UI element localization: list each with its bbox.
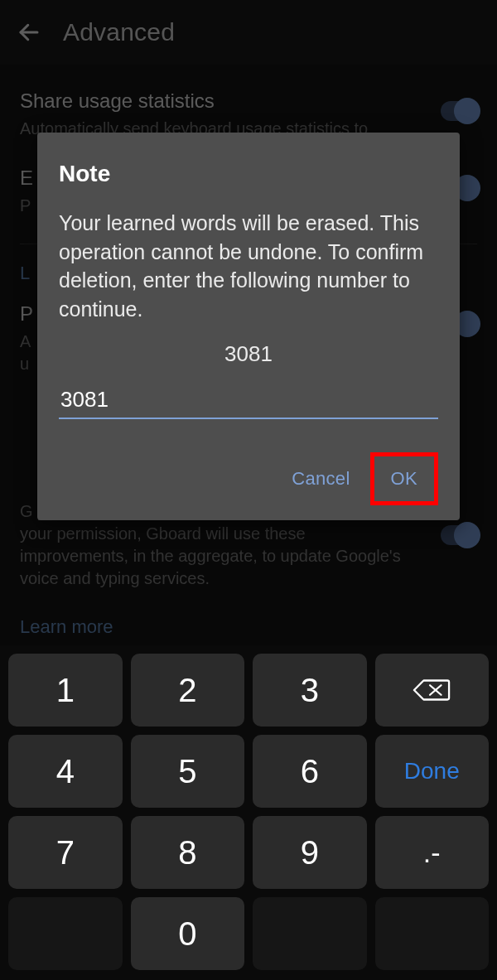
key-symbols[interactable]: .- [375, 816, 490, 889]
key-blank-right [375, 897, 490, 970]
cancel-button[interactable]: Cancel [275, 452, 366, 505]
key-0[interactable]: 0 [131, 897, 245, 970]
key-2[interactable]: 2 [131, 654, 245, 727]
key-blank-left [8, 897, 123, 970]
key-5[interactable]: 5 [131, 735, 245, 808]
key-7[interactable]: 7 [8, 816, 123, 889]
key-9[interactable]: 9 [253, 816, 367, 889]
confirmation-code: 3081 [59, 341, 438, 367]
dialog-title: Note [59, 161, 438, 187]
key-blank-mid [253, 897, 367, 970]
key-done[interactable]: Done [375, 735, 490, 808]
ok-button-highlight: OK [370, 452, 438, 505]
key-8[interactable]: 8 [131, 816, 245, 889]
confirm-dialog: Note Your learned words will be erased. … [37, 133, 460, 520]
dialog-body: Your learned words will be erased. This … [59, 209, 438, 323]
ok-button[interactable]: OK [374, 456, 434, 501]
confirmation-input[interactable] [59, 379, 438, 419]
key-backspace[interactable] [375, 654, 490, 727]
key-1[interactable]: 1 [8, 654, 123, 727]
numeric-keypad: 1 2 3 4 5 6 Done 7 8 9 .- 0 [0, 645, 497, 980]
key-4[interactable]: 4 [8, 735, 123, 808]
key-3[interactable]: 3 [253, 654, 367, 727]
key-6[interactable]: 6 [253, 735, 367, 808]
